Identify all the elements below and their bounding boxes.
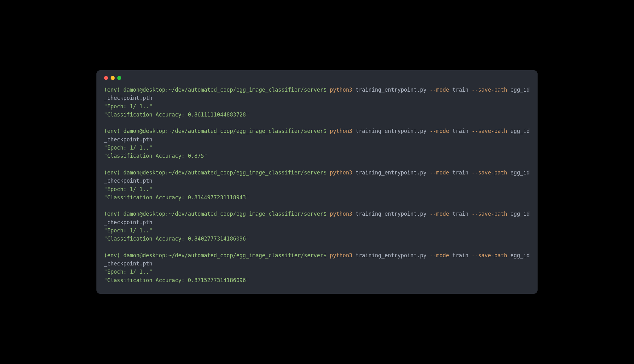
terminal-window: (env) damon@desktop:~/dev/automated_coop… [96, 70, 538, 294]
command-block: (env) damon@desktop:~/dev/automated_coop… [104, 251, 530, 284]
command-name: python3 [330, 252, 355, 259]
shell-prompt: (env) damon@desktop:~/dev/automated_coop… [104, 169, 330, 176]
flag-mode: --mode [430, 169, 452, 176]
command-name: python3 [330, 87, 355, 93]
command-name: python3 [330, 211, 355, 217]
output-epoch: "Epoch: 1/ 1.." [104, 268, 530, 276]
window-controls [104, 76, 530, 80]
shell-prompt: (env) damon@desktop:~/dev/automated_coop… [104, 87, 330, 93]
flag-mode: --mode [430, 252, 452, 259]
command-line: (env) damon@desktop:~/dev/automated_coop… [104, 251, 530, 268]
flag-mode: --mode [430, 211, 452, 217]
output-accuracy: "Classification Accuracy: 0.871527731418… [104, 276, 530, 284]
command-block: (env) damon@desktop:~/dev/automated_coop… [104, 168, 530, 202]
arg-mode: train [452, 211, 471, 217]
shell-prompt: (env) damon@desktop:~/dev/automated_coop… [104, 211, 330, 217]
command-line: (env) damon@desktop:~/dev/automated_coop… [104, 210, 530, 226]
flag-save-path: --save-path [472, 169, 510, 176]
flag-save-path: --save-path [472, 87, 510, 93]
output-epoch: "Epoch: 1/ 1.." [104, 185, 530, 193]
command-block: (env) damon@desktop:~/dev/automated_coop… [104, 210, 530, 243]
script-arg: training_entrypoint.py [355, 87, 429, 93]
command-block: (env) damon@desktop:~/dev/automated_coop… [104, 86, 530, 119]
script-arg: training_entrypoint.py [355, 252, 429, 259]
script-arg: training_entrypoint.py [355, 128, 429, 134]
script-arg: training_entrypoint.py [355, 169, 429, 176]
command-block: (env) damon@desktop:~/dev/automated_coop… [104, 127, 530, 160]
terminal-content[interactable]: (env) damon@desktop:~/dev/automated_coop… [104, 86, 530, 284]
maximize-icon[interactable] [117, 76, 121, 80]
output-accuracy: "Classification Accuracy: 0.875" [104, 152, 530, 160]
shell-prompt: (env) damon@desktop:~/dev/automated_coop… [104, 252, 330, 259]
arg-mode: train [452, 128, 471, 134]
arg-mode: train [452, 169, 471, 176]
output-accuracy: "Classification Accuracy: 0.861111104488… [104, 111, 530, 119]
output-accuracy: "Classification Accuracy: 0.814497723111… [104, 193, 530, 202]
close-icon[interactable] [104, 76, 108, 80]
command-line: (env) damon@desktop:~/dev/automated_coop… [104, 168, 530, 185]
command-name: python3 [330, 128, 355, 134]
command-line: (env) damon@desktop:~/dev/automated_coop… [104, 127, 530, 144]
flag-save-path: --save-path [472, 128, 510, 134]
flag-save-path: --save-path [472, 211, 510, 217]
minimize-icon[interactable] [111, 76, 115, 80]
script-arg: training_entrypoint.py [355, 211, 429, 217]
shell-prompt: (env) damon@desktop:~/dev/automated_coop… [104, 128, 330, 134]
flag-mode: --mode [430, 128, 452, 134]
flag-mode: --mode [430, 87, 452, 93]
command-line: (env) damon@desktop:~/dev/automated_coop… [104, 86, 530, 102]
command-name: python3 [330, 169, 355, 176]
flag-save-path: --save-path [472, 252, 510, 259]
output-epoch: "Epoch: 1/ 1.." [104, 144, 530, 152]
output-epoch: "Epoch: 1/ 1.." [104, 102, 530, 111]
arg-mode: train [452, 252, 471, 259]
output-epoch: "Epoch: 1/ 1.." [104, 226, 530, 235]
output-accuracy: "Classification Accuracy: 0.840277731418… [104, 235, 530, 243]
arg-mode: train [452, 87, 471, 93]
